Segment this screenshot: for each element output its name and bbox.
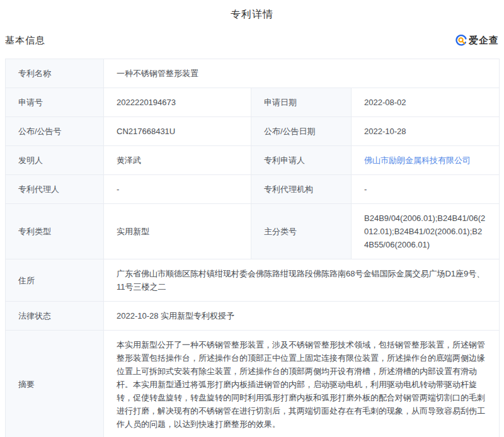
aiqicha-logo-icon bbox=[455, 35, 467, 46]
field-label-main-classification: 主分类号 bbox=[251, 204, 352, 259]
field-label-application-number: 申请号 bbox=[6, 88, 104, 117]
patent-detail-page: 专利详情 基本信息 爱企查 专利名称 一种不锈钢管整形装置 申请号 202222… bbox=[0, 0, 504, 437]
table-row-patent-name: 专利名称 一种不锈钢管整形装置 bbox=[6, 59, 500, 88]
field-value-legal-status: 2022-10-28 实用新型专利权授予 bbox=[104, 302, 500, 331]
field-value-address: 广东省佛山市顺德区陈村镇绀现村委会佛陈路绀现路段佛陈路南68号金锠国际金属交易广… bbox=[104, 259, 500, 302]
table-row-address: 住所 广东省佛山市顺德区陈村镇绀现村委会佛陈路绀现路段佛陈路南68号金锠国际金属… bbox=[6, 259, 500, 302]
field-label-agency: 专利代理机构 bbox=[251, 175, 352, 204]
field-label-inventor: 发明人 bbox=[6, 146, 104, 175]
applicant-company-link[interactable]: 佛山市励朗金属科技有限公司 bbox=[364, 156, 471, 165]
field-label-publication-number: 公布/公告号 bbox=[6, 117, 104, 146]
field-label-agent: 专利代理人 bbox=[6, 175, 104, 204]
table-row-publication: 公布/公告号 CN217668431U 公布/公告日期 2022-10-28 bbox=[6, 117, 500, 146]
table-row-application: 申请号 2022220194673 申请日期 2022-08-02 bbox=[6, 88, 500, 117]
field-value-publication-number: CN217668431U bbox=[104, 117, 251, 146]
field-value-main-classification: B24B9/04(2006.01);B24B41/06(2012.01);B24… bbox=[352, 204, 500, 259]
field-value-agency: - bbox=[352, 175, 500, 204]
field-value-application-date: 2022-08-02 bbox=[352, 88, 500, 117]
aiqicha-brand-watermark: 爱企查 bbox=[455, 35, 499, 47]
field-label-application-date: 申请日期 bbox=[251, 88, 352, 117]
field-value-patent-type: 实用新型 bbox=[104, 204, 251, 259]
field-value-abstract: 本实用新型公开了一种不锈钢管整形装置，涉及不锈钢管整形技术领域，包括钢管整形装置… bbox=[104, 331, 500, 437]
table-row-legal-status: 法律状态 2022-10-28 实用新型专利权授予 bbox=[6, 302, 500, 331]
field-label-patent-name: 专利名称 bbox=[6, 59, 104, 88]
field-value-applicant: 佛山市励朗金属科技有限公司 bbox=[352, 146, 500, 175]
field-label-patent-type: 专利类型 bbox=[6, 204, 104, 259]
table-row-inventor-applicant: 发明人 黄泽武 专利申请人 佛山市励朗金属科技有限公司 bbox=[6, 146, 500, 175]
field-value-patent-name: 一种不锈钢管整形装置 bbox=[104, 59, 500, 88]
table-row-type-classification: 专利类型 实用新型 主分类号 B24B9/04(2006.01);B24B41/… bbox=[6, 204, 500, 259]
basic-info-table: 专利名称 一种不锈钢管整形装置 申请号 2022220194673 申请日期 2… bbox=[5, 59, 500, 437]
field-label-abstract: 摘要 bbox=[6, 331, 104, 437]
field-label-address: 住所 bbox=[6, 259, 104, 302]
field-label-legal-status: 法律状态 bbox=[6, 302, 104, 331]
section-title-basic-info: 基本信息 bbox=[5, 35, 45, 47]
field-value-application-number: 2022220194673 bbox=[104, 88, 251, 117]
field-value-inventor: 黄泽武 bbox=[104, 146, 251, 175]
brand-name: 爱企查 bbox=[469, 35, 499, 47]
section-header: 基本信息 爱企查 bbox=[5, 33, 499, 48]
field-label-applicant: 专利申请人 bbox=[251, 146, 352, 175]
table-row-agent-agency: 专利代理人 - 专利代理机构 - bbox=[6, 175, 500, 204]
page-title: 专利详情 bbox=[0, 0, 504, 14]
table-row-abstract: 摘要 本实用新型公开了一种不锈钢管整形装置，涉及不锈钢管整形技术领域，包括钢管整… bbox=[6, 331, 500, 437]
field-label-publication-date: 公布/公告日期 bbox=[251, 117, 352, 146]
field-value-agent: - bbox=[104, 175, 251, 204]
field-value-publication-date: 2022-10-28 bbox=[352, 117, 500, 146]
